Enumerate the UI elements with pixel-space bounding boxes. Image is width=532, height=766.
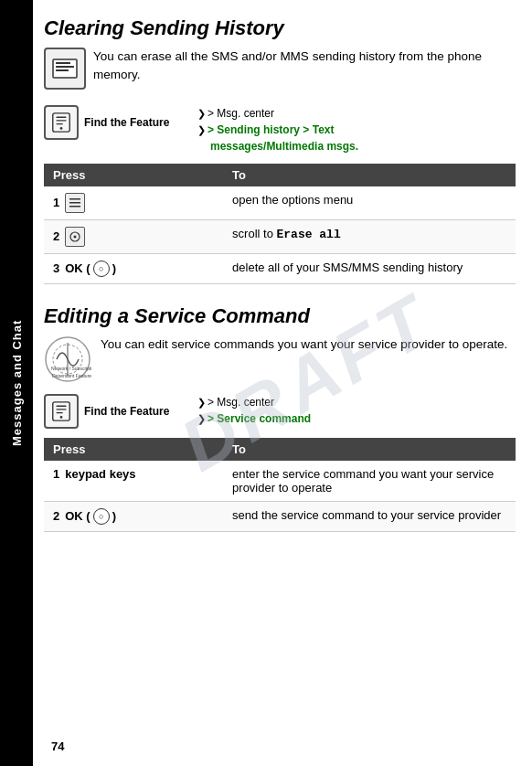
table-row: 3 OK ( ○ ) delete all of your SMS/MMS se… <box>44 253 516 283</box>
svg-text:Network / Subscription: Network / Subscription <box>51 366 91 371</box>
table-row: 2 OK ( ○ ) send the service command to y… <box>44 501 516 531</box>
find-feature-icon2 <box>44 394 79 429</box>
svg-point-13 <box>74 235 77 238</box>
section1-body: You can erase all the SMS and/or MMS sen… <box>93 48 516 85</box>
find-feature-icon1 <box>44 105 79 140</box>
section-clearing-history: Clearing Sending History You can erase a… <box>44 16 516 284</box>
sidebar-label: Messages and Chat <box>10 320 24 446</box>
table-row: 1 open the options menu <box>44 186 516 220</box>
ok-button-label: OK ( ○ ) <box>65 261 116 277</box>
table1-col1-header: Press <box>44 164 223 186</box>
table2-row2-action: send the service command to your service… <box>223 501 516 531</box>
section1-intro: You can erase all the SMS and/or MMS sen… <box>44 48 516 94</box>
table1-row3-press: 3 OK ( ○ ) <box>44 253 223 283</box>
table1-row1-action: open the options menu <box>223 186 516 220</box>
svg-rect-6 <box>56 120 66 121</box>
section2-find-feature: Find the Feature ❯> Msg. center ❯> Servi… <box>44 394 516 429</box>
table2-col1-header: Press <box>44 438 223 461</box>
table2-col2-header: To <box>223 438 516 461</box>
svg-rect-3 <box>56 69 69 71</box>
main-content: DRAFT Clearing Sending History You can e… <box>33 0 532 766</box>
find-feature-label1: Find the Feature <box>84 116 169 129</box>
svg-point-23 <box>60 416 63 419</box>
menu-icon <box>65 193 85 213</box>
svg-rect-5 <box>56 116 66 117</box>
table1-row2-press: 2 <box>44 219 223 253</box>
svg-rect-1 <box>56 62 70 64</box>
section1-title: Clearing Sending History <box>44 16 516 40</box>
table2-row1-press: 1 keypad keys <box>44 461 223 502</box>
svg-rect-10 <box>69 202 80 204</box>
find-feature-left2: Find the Feature <box>44 394 190 429</box>
find-feature-path1: ❯> Msg. center ❯> Sending history > Text… <box>197 105 358 154</box>
network-subscription-icon: Network / Subscription Dependent Feature <box>44 335 91 383</box>
note-icon <box>44 48 86 90</box>
section2-title: Editing a Service Command <box>44 304 516 328</box>
section1-table: Press To 1 <box>44 164 516 284</box>
section2-intro: Network / Subscription Dependent Feature… <box>44 335 516 383</box>
svg-rect-22 <box>56 411 62 412</box>
table1-col2-header: To <box>223 164 516 186</box>
svg-rect-9 <box>69 198 80 200</box>
table2-row2-press: 2 OK ( ○ ) <box>44 501 223 531</box>
scroll-icon <box>65 227 85 247</box>
circle-icon: ○ <box>93 261 110 277</box>
find-feature-path2: ❯> Msg. center ❯> Service command <box>197 394 311 427</box>
circle-icon2: ○ <box>93 508 110 525</box>
page-number: 74 <box>51 739 64 753</box>
table1-row2-action: scroll to Erase all <box>223 219 516 253</box>
section1-find-feature: Find the Feature ❯> Msg. center ❯> Sendi… <box>44 105 516 154</box>
ok-button-label2: OK ( ○ ) <box>65 508 116 525</box>
table2-row1-action: enter the service command you want your … <box>223 461 516 502</box>
section-editing-service: Editing a Service Command Network / Subs… <box>44 304 516 532</box>
svg-point-8 <box>60 127 63 130</box>
keypad-keys-label: keypad keys <box>65 467 135 481</box>
find-feature-label2: Find the Feature <box>84 405 169 418</box>
section2-body: You can edit service commands you want y… <box>101 335 507 354</box>
sidebar: Messages and Chat <box>0 0 33 766</box>
table-row: 2 scroll to Erase all <box>44 219 516 253</box>
svg-text:Dependent Feature: Dependent Feature <box>52 373 91 378</box>
svg-rect-21 <box>56 409 66 410</box>
svg-rect-11 <box>69 206 80 207</box>
table1-row1-press: 1 <box>44 186 223 220</box>
svg-rect-20 <box>56 405 66 406</box>
table-row: 1 keypad keys enter the service command … <box>44 461 516 502</box>
table1-row3-action: delete all of your SMS/MMS sending histo… <box>223 253 516 283</box>
svg-rect-2 <box>56 66 74 68</box>
svg-rect-7 <box>56 122 62 123</box>
section2-table: Press To 1 keypad keys enter the serv <box>44 438 516 532</box>
find-feature-left: Find the Feature <box>44 105 190 140</box>
